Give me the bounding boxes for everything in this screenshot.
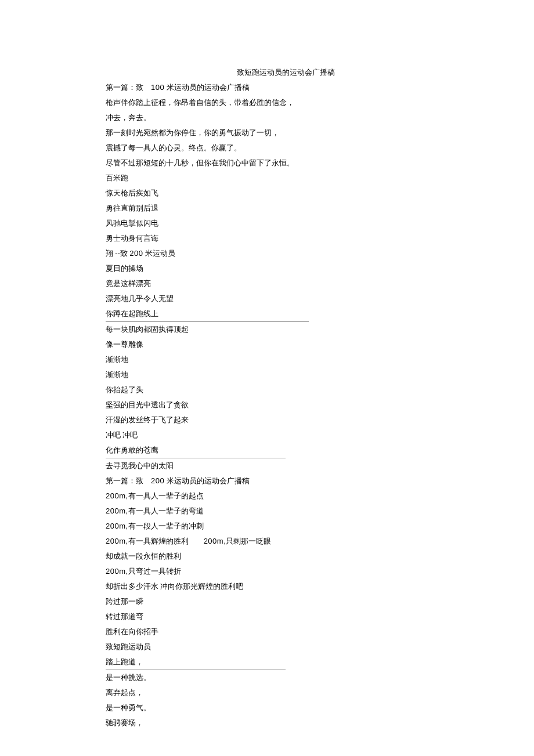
text-line: 风驰电掣似闪电 [106,216,430,231]
text-segment: 离弃起点， [106,688,143,697]
text-segment: 渐渐地 [106,370,128,379]
document-body: 第一篇：致 100 米运动员的运动会广播稿枪声伴你踏上征程，你昂着自信的头，带着… [106,80,430,730]
text-segment: 汗湿的发丝终于飞了起来 [106,415,189,424]
text-segment: 是一种勇气。 [106,703,151,712]
text-segment: 那一刻时光宛然都为你停住，你的勇气振动了一切， [106,128,279,137]
text-segment: 渐渐地 [106,355,128,364]
text-line: 惊天枪后疾如飞 [106,186,430,201]
text-line: 200m,有一段人一辈子的冲刺 [106,519,430,534]
text-line: 渐渐地 [106,352,430,367]
text-segment: 跨过那一瞬 [106,597,143,606]
text-line: 那一刻时光宛然都为你停住，你的勇气振动了一切， [106,125,430,140]
text-segment: 却折出多少汗水 冲向你那光辉煌的胜利吧 [106,582,243,591]
text-line: 枪声伴你踏上征程，你昂着自信的头，带着必胜的信念， [106,95,430,110]
text-segment: 200 [129,249,145,258]
text-line: 却成就一段永恒的胜利 [106,549,430,564]
text-segment: 枪声伴你踏上征程，你昂着自信的头，带着必胜的信念， [106,98,294,107]
text-segment: 却成就一段永恒的胜利 [106,552,181,560]
text-line: 勇往直前别后退 [106,201,430,216]
text-line: 是一种挑选。 [106,670,430,685]
text-line: 跨过那一瞬 [106,594,430,609]
text-line: 像一尊雕像 [106,337,430,352]
text-line: 渐渐地 [106,367,430,382]
text-segment: 百米跑 [106,173,128,182]
text-segment: 震撼了每一具人的心灵。终点。你赢了。 [106,143,241,152]
text-segment: 米运动员 [145,249,175,258]
text-segment: 米运动员的运动会广播稿 [167,476,250,485]
text-segment: 米运动员的运动会广播稿 [167,83,250,92]
text-segment: 200m, [204,537,226,545]
text-segment: 像一尊雕像 [106,340,143,349]
text-line: 200m,有一具辉煌的胜利 200m,只剩那一眨眼 [106,534,430,549]
text-segment: 坚强的目光中透出了贪欲 [106,400,189,409]
text-line: 冲吧 冲吧 [106,428,430,443]
text-segment: 有一具人一辈子的起点 [128,491,204,500]
text-segment: 致短跑运动员 [106,642,151,651]
text-segment: 竟是这样漂亮 [106,279,151,288]
text-line: 尽管不过那短短的十几秒，但你在我们心中留下了永恒。 [106,155,430,171]
text-line: 夏日的操场 [106,261,430,276]
text-line: 第一篇：致 100 米运动员的运动会广播稿 [106,80,430,95]
text-segment: 200m, [106,537,128,545]
text-line: 第一篇：致 200 米运动员的运动会广播稿 [106,473,430,489]
text-line: 震撼了每一具人的心灵。终点。你赢了。 [106,140,430,155]
text-segment: 200m, [106,491,128,500]
text-line: 踏上跑道， [106,654,430,670]
text-segment: 转过那道弯 [106,612,143,621]
text-segment: 尽管不过那短短的十几秒，但你在我们心中留下了永恒。 [106,158,294,167]
text-line: 汗湿的发丝终于飞了起来 [106,413,430,428]
text-segment: 200m, [106,522,128,530]
text-segment: 200m, [106,507,128,515]
text-segment: 胜利在向你招手 [106,627,158,636]
text-segment: 踏上跑道， [106,657,143,666]
text-segment: 有一具辉煌的胜利 [128,537,204,545]
text-line: 200m,只弯过一具转折 [106,564,430,579]
text-line: 翔 --致 200 米运动员 [106,246,430,261]
text-segment: 漂亮地几乎令人无望 [106,294,174,303]
text-line: 竟是这样漂亮 [106,276,430,291]
text-segment: 只剩那一眨眼 [226,537,271,545]
text-segment: 勇士动身何言诲 [106,234,158,243]
text-line: 是一种勇气。 [106,700,430,715]
text-line: 胜利在向你招手 [106,624,430,639]
text-segment: 200 [151,476,167,485]
text-segment: 第一篇：致 [106,476,151,485]
document-title: 致短跑运动员的运动会广播稿 [106,65,430,80]
text-line: 离弃起点， [106,685,430,700]
text-line: 冲去，奔去。 [106,110,430,125]
text-segment: 100 [151,83,167,92]
text-line: 坚强的目光中透出了贪欲 [106,397,430,413]
text-segment: 第一篇：致 [106,83,151,92]
text-segment: 去寻觅我心中的太阳 [106,461,174,470]
text-line: 却折出多少汗水 冲向你那光辉煌的胜利吧 [106,579,430,594]
text-segment: 有一具人一辈子的弯道 [128,507,204,515]
text-line: 每一块肌肉都固执得顶起 [106,322,430,337]
text-segment: 是一种挑选。 [106,673,151,682]
text-line: 化作勇敢的苍鹰 [106,443,430,458]
text-line: 勇士动身何言诲 [106,231,430,246]
text-segment: 夏日的操场 [106,264,143,273]
text-segment: 你抬起了头 [106,385,143,394]
text-segment: 只弯过一具转折 [128,567,181,576]
text-line: 百米跑 [106,171,430,186]
text-segment: 惊天枪后疾如飞 [106,189,158,197]
text-segment: 每一块肌肉都固执得顶起 [106,325,189,334]
text-line: 致短跑运动员 [106,639,430,654]
text-line: 你蹲在起跑线上 [106,306,430,322]
text-segment: 驰骋赛场， [106,718,143,727]
text-segment: 翔 --致 [106,249,129,258]
text-line: 你抬起了头 [106,382,430,397]
text-segment: 你蹲在起跑线上 [106,309,158,318]
text-segment: 勇往直前别后退 [106,204,158,212]
text-segment: 风驰电掣似闪电 [106,219,158,227]
text-segment: 化作勇敢的苍鹰 [106,446,158,454]
text-line: 驰骋赛场， [106,715,430,730]
text-segment: 冲去，奔去。 [106,113,151,122]
text-line: 漂亮地几乎令人无望 [106,291,430,306]
text-line: 200m,有一具人一辈子的弯道 [106,504,430,519]
text-segment: 有一段人一辈子的冲刺 [128,522,204,530]
text-segment: 冲吧 冲吧 [106,431,138,439]
text-line: 去寻觅我心中的太阳 [106,458,430,473]
document-page: 致短跑运动员的运动会广播稿 第一篇：致 100 米运动员的运动会广播稿枪声伴你踏… [0,0,534,756]
text-line: 200m,有一具人一辈子的起点 [106,489,430,504]
